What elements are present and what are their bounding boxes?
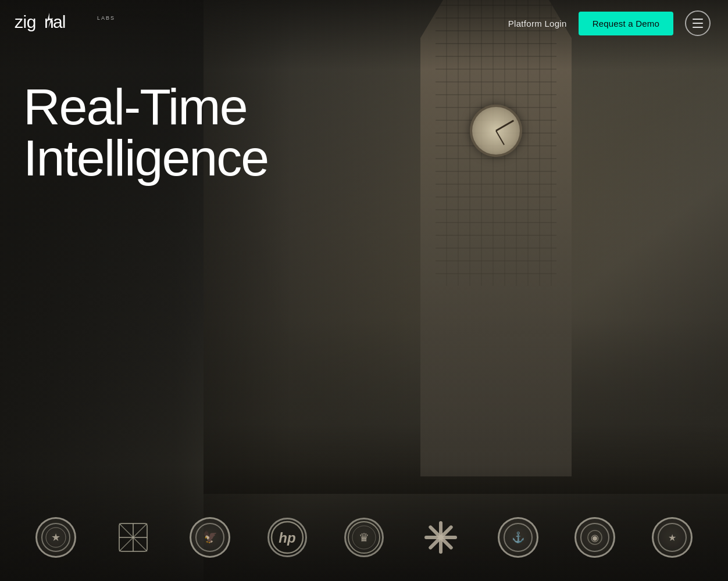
logo-state-dept: 🦅 — [185, 513, 235, 562]
menu-button[interactable] — [685, 10, 711, 36]
dod-seal: ★ — [35, 517, 76, 558]
homeland-inner: ★ — [658, 523, 687, 552]
svg-line-11 — [119, 537, 133, 551]
hero-title-line1: Real-Time — [23, 78, 247, 135]
client-logos-strip: ★ 🦅 — [0, 494, 728, 581]
svg-line-10 — [133, 523, 147, 537]
svg-line-12 — [133, 537, 147, 551]
hero-section: zig n al LABS Platform Login Request a D… — [0, 0, 728, 581]
agency2-seal: ◉ — [574, 517, 615, 558]
request-demo-button[interactable]: Request a Demo — [579, 12, 673, 35]
dod-seal-inner: ★ — [41, 523, 70, 552]
dhs-edu-inner: ⚓ — [504, 523, 533, 552]
nav-right: Platform Login Request a Demo — [508, 10, 711, 36]
svg-text:hp: hp — [279, 530, 295, 546]
state-dept-seal: 🦅 — [190, 517, 230, 558]
state-dept-inner: 🦅 — [195, 523, 224, 552]
menu-line-1 — [693, 19, 703, 20]
hp-logo-icon: hp — [270, 521, 304, 554]
logo-navy: ♛ — [339, 513, 388, 562]
logo-svg: zig n al — [15, 10, 96, 33]
clock-face — [470, 105, 522, 157]
chase-logo-icon — [113, 518, 153, 557]
logo-agency2: ◉ — [570, 513, 620, 562]
yelp-burst-icon — [421, 518, 461, 557]
svg-text:zig: zig — [15, 12, 36, 31]
agency2-eagle-icon: ◉ — [584, 527, 605, 548]
platform-login-link[interactable]: Platform Login — [508, 19, 567, 28]
navy-crown-icon: ♛ — [347, 521, 381, 554]
hero-title-line2: Intelligence — [23, 129, 268, 187]
homeland-icon: ★ — [662, 527, 683, 548]
navy-seal-badge: ♛ — [344, 518, 384, 557]
logo-yelp — [416, 513, 466, 562]
svg-text:♛: ♛ — [359, 531, 369, 544]
dhs-edu-seal: ⚓ — [498, 517, 538, 558]
svg-text:n: n — [44, 12, 53, 31]
svg-text:★: ★ — [51, 532, 60, 543]
tower-structure — [420, 0, 572, 476]
menu-line-3 — [693, 27, 703, 28]
logo-area: zig n al LABS — [15, 10, 115, 37]
svg-text:★: ★ — [668, 533, 676, 543]
hero-title: Real-Time Intelligence — [23, 81, 268, 184]
state-dept-eagle-icon: 🦅 — [199, 527, 220, 548]
svg-text:al: al — [53, 12, 65, 31]
hp-logo-text: hp — [267, 518, 307, 557]
svg-text:◉: ◉ — [591, 533, 599, 543]
logo-wordmark: zig n al — [15, 10, 96, 37]
logo-hp: hp — [262, 513, 312, 562]
agency2-inner: ◉ — [580, 523, 609, 552]
homeland-seal: ★ — [652, 517, 693, 558]
logo-dhs-edu: ⚓ — [493, 513, 543, 562]
navbar: zig n al LABS Platform Login Request a D… — [0, 0, 728, 46]
dhs-edu-icon: ⚓ — [508, 527, 529, 548]
logo-homeland: ★ — [647, 513, 697, 562]
svg-line-9 — [119, 523, 133, 537]
svg-text:⚓: ⚓ — [512, 531, 525, 544]
svg-text:🦅: 🦅 — [203, 530, 217, 544]
logo-dod: ★ — [31, 513, 81, 562]
labs-label: LABS — [97, 15, 115, 21]
dod-eagle-icon: ★ — [45, 526, 67, 548]
menu-line-2 — [693, 23, 703, 24]
hero-content: Real-Time Intelligence — [23, 81, 268, 184]
logo-chase — [108, 513, 158, 562]
